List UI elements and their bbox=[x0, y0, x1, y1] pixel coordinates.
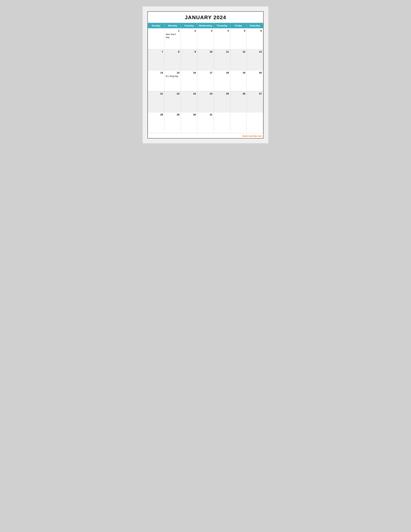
footer: blank-calendar.com bbox=[148, 133, 263, 138]
day-cell: 27 bbox=[247, 91, 263, 112]
day-number: 11 bbox=[215, 50, 229, 53]
day-cell bbox=[214, 112, 230, 133]
day-cell: 24 bbox=[197, 91, 214, 112]
day-cell: 12 bbox=[230, 49, 247, 70]
day-cell: 8 bbox=[164, 49, 181, 70]
week-row-5: 28293031 bbox=[148, 112, 263, 133]
day-cell: 30 bbox=[181, 112, 197, 133]
day-number: 4 bbox=[215, 29, 229, 32]
day-number: 26 bbox=[232, 92, 245, 95]
day-number: 21 bbox=[149, 92, 163, 95]
week-row-2: 78910111213 bbox=[148, 49, 263, 70]
day-header-wednesday: Wednesday bbox=[197, 23, 214, 28]
day-number: 5 bbox=[232, 29, 245, 32]
calendar-grid: SundayMondayTuesdayWednesdayThursdayFrid… bbox=[148, 23, 263, 133]
day-number: 27 bbox=[248, 92, 262, 95]
day-cell: 7 bbox=[148, 49, 164, 70]
calendar-title: JANUARY 2024 bbox=[148, 12, 263, 23]
day-cell: 29 bbox=[164, 112, 181, 133]
day-number: 9 bbox=[182, 50, 196, 53]
day-cell: 21 bbox=[148, 91, 164, 112]
day-number: 31 bbox=[199, 113, 212, 116]
day-cell bbox=[148, 28, 164, 49]
page-wrapper: JANUARY 2024 SundayMondayTuesdayWednesda… bbox=[143, 6, 268, 143]
day-cell: 17 bbox=[197, 70, 214, 91]
day-cell: 1New Year's Day bbox=[164, 28, 181, 49]
day-cell: 3 bbox=[197, 28, 214, 49]
week-row-3: 1415M L King Day1617181920 bbox=[148, 70, 263, 91]
day-number: 1 bbox=[166, 29, 179, 32]
day-cell: 20 bbox=[247, 70, 263, 91]
day-header-tuesday: Tuesday bbox=[181, 23, 197, 28]
day-cell: 4 bbox=[214, 28, 230, 49]
day-number: 25 bbox=[215, 92, 229, 95]
day-header-thursday: Thursday bbox=[214, 23, 230, 28]
day-cell: 16 bbox=[181, 70, 197, 91]
header-row: SundayMondayTuesdayWednesdayThursdayFrid… bbox=[148, 23, 263, 28]
day-number: 3 bbox=[199, 29, 212, 32]
day-header-saturday: Saturday bbox=[247, 23, 263, 28]
event-text: New Year's Day bbox=[166, 33, 176, 38]
day-cell: 11 bbox=[214, 49, 230, 70]
day-number: 18 bbox=[215, 71, 229, 74]
day-number: 24 bbox=[199, 92, 212, 95]
day-cell: 10 bbox=[197, 49, 214, 70]
day-number: 17 bbox=[199, 71, 212, 74]
day-cell: 13 bbox=[247, 49, 263, 70]
day-cell: 26 bbox=[230, 91, 247, 112]
day-cell: 6 bbox=[247, 28, 263, 49]
day-number: 29 bbox=[166, 113, 179, 116]
day-number: 30 bbox=[182, 113, 196, 116]
day-header-sunday: Sunday bbox=[148, 23, 164, 28]
day-number: 10 bbox=[199, 50, 212, 53]
day-cell: 25 bbox=[214, 91, 230, 112]
day-number: 20 bbox=[248, 71, 262, 74]
day-number: 14 bbox=[149, 71, 163, 74]
day-number: 8 bbox=[166, 50, 179, 53]
day-number: 22 bbox=[166, 92, 179, 95]
day-cell bbox=[247, 112, 263, 133]
day-number: 7 bbox=[149, 50, 163, 53]
week-row-4: 21222324252627 bbox=[148, 91, 263, 112]
day-cell: 5 bbox=[230, 28, 247, 49]
day-cell: 19 bbox=[230, 70, 247, 91]
day-cell: 18 bbox=[214, 70, 230, 91]
day-cell: 14 bbox=[148, 70, 164, 91]
day-cell bbox=[230, 112, 247, 133]
day-number: 19 bbox=[232, 71, 245, 74]
day-number: 28 bbox=[149, 113, 163, 116]
day-cell: 9 bbox=[181, 49, 197, 70]
day-cell: 15M L King Day bbox=[164, 70, 181, 91]
footer-link[interactable]: blank-calendar.com bbox=[243, 135, 262, 137]
day-number: 13 bbox=[248, 50, 262, 53]
calendar-container: JANUARY 2024 SundayMondayTuesdayWednesda… bbox=[148, 11, 263, 139]
day-number: 23 bbox=[182, 92, 196, 95]
day-number: 6 bbox=[248, 29, 262, 32]
day-number: 2 bbox=[182, 29, 196, 32]
day-number: 16 bbox=[182, 71, 196, 74]
day-cell: 22 bbox=[164, 91, 181, 112]
day-header-monday: Monday bbox=[164, 23, 181, 28]
day-number: 15 bbox=[166, 71, 179, 74]
day-header-friday: Friday bbox=[230, 23, 247, 28]
day-number: 12 bbox=[232, 50, 245, 53]
week-row-1: 1New Year's Day23456 bbox=[148, 28, 263, 49]
event-text: M L King Day bbox=[166, 75, 178, 77]
day-cell: 23 bbox=[181, 91, 197, 112]
day-cell: 31 bbox=[197, 112, 214, 133]
day-cell: 2 bbox=[181, 28, 197, 49]
day-cell: 28 bbox=[148, 112, 164, 133]
